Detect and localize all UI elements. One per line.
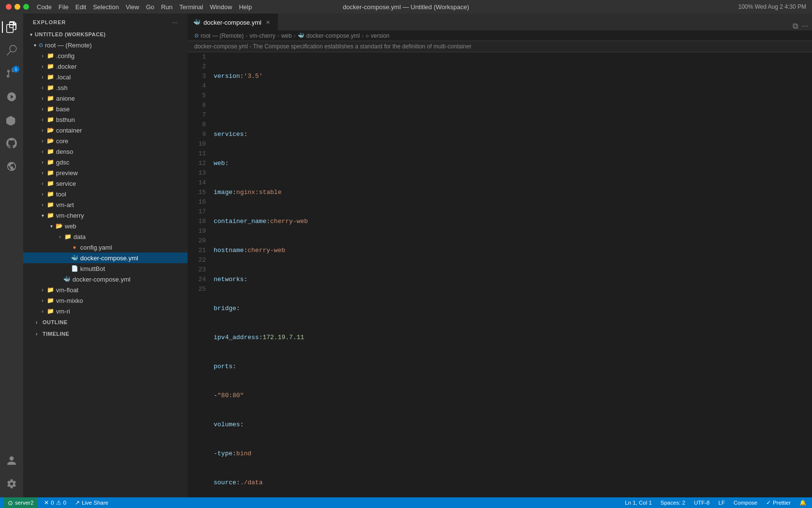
folder-blue-icon2: 📂 — [46, 137, 54, 145]
sidebar-item-config[interactable]: 📁 .config — [23, 50, 188, 61]
sidebar-more-icon[interactable]: ··· — [172, 18, 178, 26]
eol-status[interactable]: LF — [716, 497, 726, 508]
line-numbers: 1 2 3 4 5 6 7 8 9 10 11 12 13 14 15 16 1… — [188, 52, 212, 497]
breadcrumb-file[interactable]: docker-compose.yml — [306, 32, 360, 39]
errors-status[interactable]: ✕ 0 ⚠ 0 — [42, 497, 68, 508]
menu-view[interactable]: View — [126, 3, 139, 11]
activity-remote-explorer[interactable] — [2, 157, 21, 176]
warning-icon: ⚠ — [56, 499, 61, 506]
sidebar-item-docker[interactable]: 📁 .docker — [23, 61, 188, 72]
titlebar-left: Code File Edit Selection View Go Run Ter… — [6, 3, 252, 11]
sidebar-item-vm-art[interactable]: 📁 vm-art — [23, 199, 188, 210]
menu-code[interactable]: Code — [37, 3, 52, 11]
language-status[interactable]: Compose — [732, 497, 759, 508]
sidebar-workspace[interactable]: UNTITLED (WORKSPACE) — [23, 29, 188, 40]
activity-account[interactable] — [2, 451, 21, 470]
menu-file[interactable]: File — [58, 3, 69, 11]
spaces-status[interactable]: Spaces: 2 — [659, 497, 687, 508]
timeline-label: TIMELINE — [43, 331, 69, 337]
activity-github[interactable] — [2, 134, 21, 153]
breadcrumb-vm-cherry[interactable]: vm-cherry — [249, 32, 275, 39]
activity-extensions[interactable] — [2, 110, 21, 130]
line-num-22: 22 — [197, 255, 206, 265]
sidebar-item-config-yaml[interactable]: ● config.yaml — [23, 242, 188, 253]
sidebar-item-vm-ri[interactable]: 📁 vm-ri — [23, 306, 188, 316]
sidebar-item-vm-cherry[interactable]: 📁 vm-cherry — [23, 210, 188, 221]
data-arrow — [56, 233, 64, 240]
timeline-section[interactable]: TIMELINE — [23, 328, 188, 340]
sidebar-item-tool[interactable]: 📁 tool — [23, 189, 188, 199]
tab-close-button[interactable]: ✕ — [264, 18, 272, 26]
live-share-label: Live Share — [82, 500, 108, 506]
sidebar-item-vm-mixko[interactable]: 📁 vm-mixko — [23, 295, 188, 306]
sidebar-item-base[interactable]: 📁 base — [23, 104, 188, 114]
sidebar-item-anione[interactable]: 📁 anione — [23, 93, 188, 104]
code-content[interactable]: version: '3.5' services: web: image: ngi… — [212, 52, 783, 497]
tool-arrow — [39, 190, 46, 198]
sidebar-item-kmuttbot[interactable]: 📄 kmuttBot — [23, 263, 188, 274]
sidebar-item-data[interactable]: 📁 data — [23, 231, 188, 242]
base-label: base — [56, 105, 70, 113]
activity-run[interactable] — [2, 87, 21, 106]
activity-bar: 1 — [0, 14, 23, 497]
sidebar-item-container[interactable]: 📂 container — [23, 125, 188, 135]
activity-explorer[interactable] — [2, 17, 21, 37]
folder-icon: 📁 — [46, 211, 54, 219]
docker-file-icon2: 🐳 — [63, 275, 71, 283]
maximize-button[interactable] — [23, 4, 29, 10]
sidebar-item-preview[interactable]: 📁 preview — [23, 167, 188, 178]
line-num-11: 11 — [197, 149, 206, 159]
sidebar-item-gdsc[interactable]: 📁 gdsc — [23, 157, 188, 167]
breadcrumb-root[interactable]: root — (Remote) — [201, 32, 244, 39]
warning-count: 0 — [63, 500, 66, 506]
menu-run[interactable]: Run — [161, 3, 173, 11]
sidebar-item-vm-float[interactable]: 📁 vm-float — [23, 284, 188, 295]
folder-icon: 📁 — [64, 233, 72, 240]
split-editor-icon[interactable]: ⧉ — [793, 22, 798, 30]
cursor-position[interactable]: Ln 1, Col 1 — [623, 497, 654, 508]
root-label: root — (Remote) — [45, 42, 92, 49]
sidebar-item-bsthun[interactable]: 📁 bsthun — [23, 114, 188, 125]
sidebar-item-web[interactable]: 📂 web — [23, 221, 188, 231]
workspace-arrow — [27, 30, 35, 38]
folder-icon: 📁 — [46, 286, 54, 294]
menu-go[interactable]: Go — [146, 3, 154, 11]
prettier-status[interactable]: ✓ Prettier — [764, 497, 793, 508]
line-num-21: 21 — [197, 246, 206, 255]
encoding-status[interactable]: UTF-8 — [692, 497, 712, 508]
activity-search[interactable] — [2, 41, 21, 60]
eol-label: LF — [718, 500, 725, 506]
folder-icon: 📁 — [46, 158, 54, 166]
menu-edit[interactable]: Edit — [75, 3, 86, 11]
folder-icon: 📁 — [46, 62, 54, 70]
breadcrumb-web[interactable]: web — [281, 32, 292, 39]
sidebar-item-core[interactable]: 📂 core — [23, 135, 188, 146]
sidebar-item-denso[interactable]: 📁 denso — [23, 146, 188, 157]
menu-help[interactable]: Help — [239, 3, 252, 11]
minimize-button[interactable] — [14, 4, 20, 10]
menu-terminal[interactable]: Terminal — [179, 3, 203, 11]
sidebar-root[interactable]: ⊙ root — (Remote) — [23, 40, 188, 50]
remote-server-status[interactable]: ⊙ server2 — [4, 497, 37, 508]
sidebar-item-ssh[interactable]: 📁 .ssh — [23, 82, 188, 93]
tab-filename: docker-compose.yml — [203, 19, 261, 26]
preview-label: preview — [56, 169, 78, 177]
outline-section[interactable]: OUTLINE — [23, 316, 188, 328]
tab-docker-compose[interactable]: 🐳 docker-compose.yml ✕ — [188, 14, 278, 30]
activity-settings[interactable] — [2, 474, 21, 493]
close-button[interactable] — [6, 4, 12, 10]
activity-bar-bottom — [2, 451, 21, 493]
live-share-status[interactable]: ↗ Live Share — [73, 497, 110, 508]
sidebar-item-service[interactable]: 📁 service — [23, 178, 188, 189]
activity-source-control[interactable]: 1 — [2, 64, 21, 83]
breadcrumb-symbol[interactable]: version — [371, 32, 390, 39]
sidebar-item-local[interactable]: 📁 .local — [23, 72, 188, 82]
menu-selection[interactable]: Selection — [93, 3, 118, 11]
sidebar-item-docker-compose-active[interactable]: 🐳 docker-compose.yml — [23, 253, 188, 263]
sidebar-title: EXPLORER — [33, 19, 66, 25]
more-actions-icon[interactable]: ··· — [802, 22, 808, 30]
menu-window[interactable]: Window — [210, 3, 232, 11]
notification-icon[interactable]: 🔔 — [798, 497, 808, 508]
code-editor[interactable]: 1 2 3 4 5 6 7 8 9 10 11 12 13 14 15 16 1… — [188, 52, 812, 497]
sidebar-item-docker-compose-2[interactable]: 🐳 docker-compose.yml — [23, 274, 188, 284]
